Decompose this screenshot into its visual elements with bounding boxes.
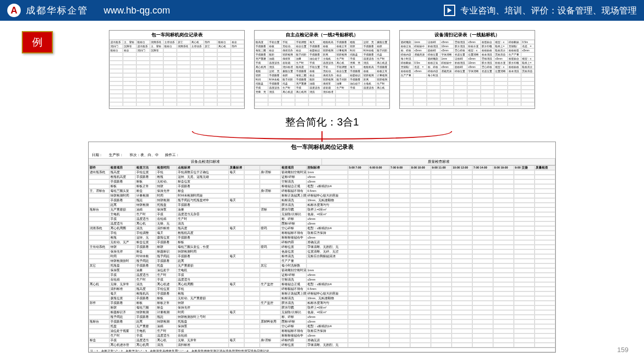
- section-headers: 设备点检清扫标准 质量检查标准: [89, 159, 555, 165]
- form-2-title: 自主点检记录表（一线2号贴标机）: [255, 31, 389, 40]
- field-date: 日期：: [89, 152, 106, 158]
- big-form-title: 包一车间标机岗位记录表: [89, 142, 555, 152]
- field-operator: 操作工：: [162, 152, 183, 158]
- form-1: 包一车间标机岗位记录表 进出瓶系主、背标瓶标台润滑系统主传动系其它离心机部件瓶标…: [109, 30, 245, 109]
- big-form-header-row: 日期： 生产班： 班次：夜、白、中 操作工：: [89, 152, 555, 159]
- connector-lines: [166, 131, 478, 142]
- section-right-title: 质量检查标准: [322, 159, 555, 165]
- form-3: 设备清扫记录表（一线贴标机） 瓷砖雕刻1mm证标/碎≤5mm空标清洗≤5mm标签…: [399, 30, 535, 109]
- combined-form: 包一车间标机岗位记录表 日期： 生产班： 班次：夜、白、中 操作工： 设备点检清…: [88, 142, 556, 353]
- logo-icon: A: [7, 4, 21, 17]
- header-services: 专业咨询、培训、评价：设备管理、现场管理: [444, 5, 637, 17]
- services-text: 专业咨询、培训、评价：设备管理、现场管理: [460, 5, 637, 17]
- top-three-forms: 包一车间标机岗位记录表 进出瓶系主、背标瓶标台润滑系统主传动系其它离心机部件瓶标…: [10, 30, 634, 109]
- play-icon: [444, 5, 455, 16]
- merge-label: 整合简化：3合1: [10, 115, 634, 129]
- form-2: 自主点检记录表（一线2号贴标机） 瓶高度手轮位置手轮手轮调整每天检瓶机高手摸眼看…: [254, 30, 390, 109]
- form-3-title: 设备清扫记录表（一线贴标机）: [400, 31, 535, 40]
- website-url: www.hb-qg.com: [104, 5, 170, 16]
- field-shift: 班次：夜、白、中: [127, 152, 162, 158]
- page-header: A 成都华标企管 www.hb-qg.com 专业咨询、培训、评价：设备管理、现…: [0, 0, 644, 21]
- page-number: 159: [617, 346, 628, 354]
- example-badge: 例: [22, 31, 53, 53]
- form-1-title: 包一车间标机岗位记录表: [109, 31, 244, 40]
- section-left-title: 设备点检清扫标准: [89, 159, 322, 165]
- field-line: 生产班：: [106, 152, 127, 158]
- company-name: 成都华标企管: [26, 4, 88, 17]
